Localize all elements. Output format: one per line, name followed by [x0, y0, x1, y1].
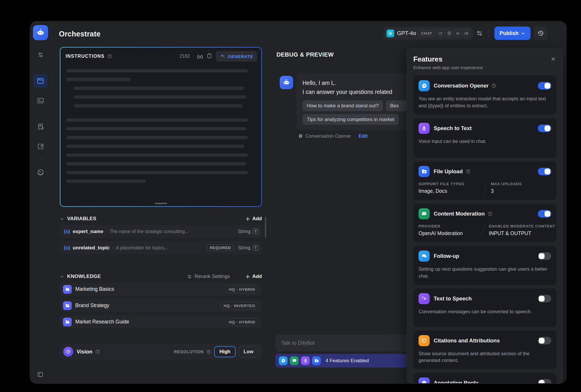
- knowledge-row[interactable]: Marketing Basics HQ · HYBRID: [60, 283, 262, 296]
- history-clock-icon: [537, 30, 544, 37]
- help-icon[interactable]: [491, 83, 496, 88]
- feature-card-follow-up: Follow-up Setting up next questions sugg…: [413, 246, 556, 285]
- header-divider: [488, 29, 489, 38]
- resize-handle[interactable]: [155, 203, 167, 204]
- chat-mode-badge: CHAT: [419, 30, 435, 36]
- vision-icon: [63, 347, 73, 357]
- knowledge-row[interactable]: Brand Strategy HQ · INVERTED: [60, 299, 262, 312]
- variable-name: unrelated_topic: [73, 245, 110, 251]
- content-moderation-icon: [290, 356, 299, 365]
- features-enabled-label: 4 Features Enabled: [326, 358, 369, 364]
- feature-toggle[interactable]: [538, 82, 551, 90]
- feature-title: Conversation Opener: [434, 83, 489, 89]
- sparkles-icon: [220, 54, 225, 59]
- chevron-down-icon[interactable]: [60, 274, 64, 279]
- feature-desc: Voice input can be used in chat.: [419, 138, 551, 145]
- scrollbar-thumb[interactable]: [265, 217, 266, 238]
- help-icon[interactable]: [95, 349, 100, 354]
- debug-preview-title: DEBUG & PREVIEW: [276, 51, 334, 58]
- instructions-skeleton: [60, 64, 261, 183]
- add-knowledge-button[interactable]: Add: [245, 274, 262, 279]
- resolution-low-button[interactable]: Low: [239, 346, 258, 357]
- publish-button[interactable]: Publish: [494, 27, 531, 40]
- chat-heart-icon: [419, 80, 430, 91]
- help-icon[interactable]: [107, 54, 112, 59]
- variables-title: VARIABLES: [67, 216, 97, 222]
- terminal-icon[interactable]: [34, 94, 48, 108]
- video-sparkle-icon: [463, 30, 470, 37]
- copy-clipboard-icon[interactable]: [206, 53, 212, 60]
- feature-desc: Conversation messages can be converted t…: [419, 308, 551, 315]
- sidebar-divider: [36, 159, 45, 160]
- chevron-down-icon[interactable]: [60, 217, 64, 221]
- logs-icon[interactable]: [34, 120, 48, 134]
- feature-toggle[interactable]: [538, 337, 551, 344]
- suggested-question-chip[interactable]: Tips for analyzing competitors in market: [302, 114, 399, 125]
- feature-toggle[interactable]: [538, 295, 551, 302]
- rerank-settings-button[interactable]: Rerank Settings: [187, 274, 230, 279]
- features-panel: Features Enhance web app user experience…: [407, 48, 563, 384]
- close-icon[interactable]: [550, 56, 556, 63]
- suggested-question-chip[interactable]: How to make a brand stand out?: [302, 100, 383, 111]
- orchestrate-tab-icon[interactable]: [34, 74, 48, 88]
- add-variable-button[interactable]: Add: [245, 216, 262, 222]
- features-title: Features: [413, 55, 556, 63]
- help-icon[interactable]: [487, 211, 493, 216]
- variable-brace-icon: {x}: [64, 229, 70, 234]
- meta-value: Image, Docs: [419, 188, 479, 194]
- svg-text:T: T: [422, 296, 424, 299]
- generate-label: GENERATE: [228, 54, 253, 59]
- feature-toggle[interactable]: [538, 210, 551, 218]
- opener-attribution-row: Conversation Opener Edit: [298, 133, 368, 139]
- char-count: 2182: [179, 54, 190, 59]
- knowledge-name: Marketing Basics: [75, 286, 114, 292]
- model-params-icon[interactable]: [475, 29, 484, 38]
- monitoring-gauge-icon[interactable]: [34, 165, 48, 179]
- feature-card-content-moderation: Content Moderation PROVIDER OpenAI Moder…: [413, 204, 556, 242]
- conversation-opener-icon: [279, 356, 288, 365]
- meta-label: PROVIDER: [419, 224, 477, 228]
- publish-label: Publish: [500, 30, 519, 36]
- slash-divider: [483, 182, 487, 195]
- meta-value: 3: [491, 188, 551, 194]
- help-icon[interactable]: [206, 349, 211, 354]
- page-title: Orchestrate: [59, 30, 101, 38]
- feature-desc: Setting up next questions suggestion can…: [419, 266, 551, 280]
- generate-button[interactable]: GENERATE: [216, 51, 257, 62]
- model-capability-icons: [437, 30, 470, 37]
- edit-opener-link[interactable]: Edit: [358, 133, 368, 139]
- variable-brace-icon: {x}: [64, 245, 70, 251]
- variable-brace-icon[interactable]: {x}: [197, 54, 203, 59]
- feature-toggle[interactable]: [538, 252, 551, 260]
- collapse-panel-icon[interactable]: [37, 371, 44, 379]
- feature-toggle[interactable]: [538, 125, 551, 132]
- variables-section: VARIABLES Add {x} expert_name The name o…: [60, 216, 262, 254]
- feature-title: Speech to Text: [434, 125, 472, 132]
- variable-type: String: [238, 245, 251, 251]
- variable-row[interactable]: {x} unrelated_topic A placeholder for to…: [60, 241, 262, 254]
- variable-row[interactable]: {x} expert_name The name of the strategi…: [60, 225, 262, 238]
- feature-toggle[interactable]: [538, 168, 551, 175]
- speech-to-text-icon: [301, 356, 310, 365]
- meta-value: INPUT & OUTPUT: [489, 230, 551, 237]
- annotation-edit-icon[interactable]: [34, 139, 48, 153]
- separator-dot: [112, 245, 113, 251]
- resolution-high-button[interactable]: High: [214, 346, 236, 357]
- feature-card-citations: “ Citations and Attributions Show source…: [413, 330, 556, 370]
- feature-toggle[interactable]: [538, 379, 551, 384]
- model-selector[interactable]: GPT-4o CHAT: [384, 27, 473, 40]
- knowledge-row[interactable]: Market Research Guide HQ · HYBRID: [60, 315, 262, 328]
- string-type-icon[interactable]: T: [253, 245, 258, 251]
- version-history-button[interactable]: [534, 27, 548, 40]
- string-type-icon[interactable]: T: [253, 229, 258, 234]
- feature-card-annotation-reply: Annotation Reply Use your own replies wh…: [413, 373, 556, 384]
- help-icon[interactable]: [466, 169, 471, 174]
- knowledge-name: Market Research Guide: [75, 319, 129, 325]
- params-icon[interactable]: [34, 48, 48, 62]
- feature-title: Follow-up: [434, 253, 459, 259]
- instructions-panel[interactable]: INSTRUCTIONS 2182 {x} GENERATE: [60, 47, 262, 207]
- knowledge-name: Brand Strategy: [75, 302, 109, 309]
- feature-desc: You are an entity extraction model that …: [419, 95, 551, 109]
- sidebar-divider: [36, 68, 45, 68]
- app-logo-robot-icon[interactable]: [33, 25, 48, 40]
